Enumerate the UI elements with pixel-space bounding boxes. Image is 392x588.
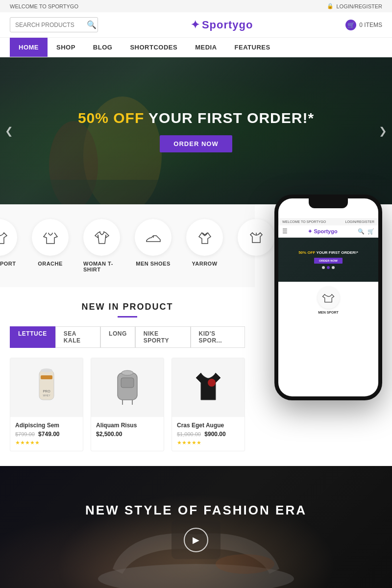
svg-text:PRO: PRO: [43, 390, 50, 393]
main-content-area: MEN SPORT ORACHE WOMAN T-SHIRT: [0, 204, 392, 466]
nav-media[interactable]: MEDIA: [186, 38, 225, 57]
phone-search-icon: 🔍: [358, 228, 365, 235]
product-price-1: $799.00 $749.00: [15, 431, 78, 438]
phone-header: ☰ ✦ Sportygo 🔍 🛒: [278, 225, 378, 238]
phone-welcome: WELCOME TO SPORTYGO: [282, 220, 326, 223]
phone-icons: 🔍 🛒: [358, 228, 374, 235]
video-section-title: NEW STYLE OF FASHION ERA: [85, 503, 307, 518]
nav-features[interactable]: FEATURES: [226, 38, 279, 57]
svg-point-12: [122, 370, 133, 375]
search-box[interactable]: 🔍: [10, 17, 98, 32]
product-name-1: Adipiscing Sem: [15, 422, 78, 429]
svg-text:WHEY: WHEY: [43, 394, 51, 397]
phone-cat-section: MEN SPORT: [278, 282, 378, 319]
product-price-3: $1,000.00 $900.00: [177, 431, 240, 438]
shoes-icon: [145, 229, 162, 246]
cat-circle-woman-tshirt: [83, 219, 120, 256]
order-now-button[interactable]: ORDER NOW: [160, 135, 232, 152]
phone-notch: [309, 198, 348, 208]
category-woman-tshirt[interactable]: WOMAN T-SHIRT: [83, 219, 120, 272]
new-price-2: $2,500.00: [96, 431, 122, 438]
product-info-3: Cras Eget Augue $1,000.00 $900.00 ★★★★★: [172, 417, 245, 451]
protein-icon: PRO WHEY: [29, 366, 64, 410]
phone-hero: 50% OFF YOUR FIRST ORDER!* ORDER NOW: [278, 238, 378, 282]
cat-label-men-shoes: MEN SHOES: [136, 261, 171, 267]
main-nav: HOME SHOP BLOG SHORTCODES MEDIA FEATURES: [0, 38, 392, 57]
hero-prev-arrow[interactable]: ❮: [5, 125, 13, 137]
stars-1: ★★★★★: [15, 440, 78, 446]
backpack-icon: [110, 366, 145, 410]
hero-banner: 50% OFF YOUR FIRST ORDER!* ORDER NOW ❮ ❯: [0, 57, 392, 204]
tab-sea-kale[interactable]: SEA KALE: [55, 326, 100, 348]
product-image-1: PRO WHEY: [10, 358, 83, 417]
play-button[interactable]: ▶: [184, 528, 208, 552]
nav-home[interactable]: HOME: [10, 38, 48, 57]
hero-next-arrow[interactable]: ❯: [379, 125, 387, 137]
product-info-2: Aliquam Risus $2,500.00: [91, 417, 164, 442]
cat-circle-orache: [32, 219, 69, 256]
jacket-icon: [42, 229, 59, 246]
product-card-3[interactable]: Cras Eget Augue $1,000.00 $900.00 ★★★★★: [172, 358, 245, 451]
login-link[interactable]: LOGIN/REGISTER: [336, 3, 382, 9]
cat-label-woman-tshirt: WOMAN T-SHIRT: [83, 261, 120, 272]
search-icon[interactable]: 🔍: [87, 20, 97, 29]
cart-icon[interactable]: 🛒: [345, 20, 356, 30]
category-men-shoes[interactable]: MEN SHOES: [135, 219, 172, 272]
header: 🔍 ✦ Sportygo 🛒 0 ITEMS: [0, 12, 392, 38]
phone-dot-1: [322, 266, 325, 269]
logo-icon: ✦: [191, 19, 200, 31]
product-grid: PRO WHEY Adipiscing Sem $799.00 $749.00 …: [10, 358, 245, 451]
phone-cat-label: MEN SPORT: [318, 311, 339, 314]
play-icon: ▶: [193, 535, 199, 545]
product-name-3: Cras Eget Augue: [177, 422, 240, 429]
phone-hero-title: 50% OFF YOUR FIRST ORDER!*: [298, 250, 358, 255]
section-underline: [118, 316, 137, 318]
svg-point-9: [41, 368, 52, 372]
tab-nike-sporty[interactable]: NIKE SPORTY: [135, 326, 191, 348]
phone-dot-2: [327, 266, 330, 269]
products-section: NEW IN PRODUCT LETTUCE SEA KALE LONG NIK…: [0, 287, 255, 466]
logo[interactable]: ✦ Sportygo: [191, 19, 253, 31]
product-card-2[interactable]: Aliquam Risus $2,500.00: [91, 358, 164, 451]
login-area[interactable]: 🔒 LOGIN/REGISTER: [327, 3, 382, 9]
tab-kids[interactable]: KID'S SPOR...: [191, 326, 245, 348]
section-title: NEW IN PRODUCT: [10, 302, 245, 312]
hero-title-text: YOUR FIRST ORDER!*: [148, 110, 314, 126]
hero-highlight: 50% OFF: [78, 110, 144, 126]
svg-point-18: [216, 554, 274, 574]
product-image-2: [91, 358, 164, 417]
welcome-text: WELCOME TO SPORTYGO: [10, 3, 78, 9]
new-price-1: $749.00: [38, 431, 59, 438]
phone-cat-circle: [318, 287, 340, 309]
phone-tshirt-icon: [322, 292, 335, 304]
category-orache[interactable]: ORACHE: [32, 219, 69, 272]
nav-shortcodes[interactable]: SHORTCODES: [121, 38, 186, 57]
cart-area[interactable]: 🛒 0 ITEMS: [345, 20, 382, 30]
hoodie-icon: [196, 229, 214, 246]
product-card-1[interactable]: PRO WHEY Adipiscing Sem $799.00 $749.00 …: [10, 358, 83, 451]
old-price-1: $799.00: [15, 431, 35, 437]
tab-long[interactable]: LONG: [100, 326, 135, 348]
old-price-3: $1,000.00: [177, 431, 201, 437]
stars-3: ★★★★★: [177, 440, 240, 446]
search-input[interactable]: [15, 22, 84, 28]
product-price-2: $2,500.00: [96, 431, 159, 438]
phone-logo: ✦ Sportygo: [308, 228, 337, 235]
svg-point-15: [208, 379, 216, 387]
phone-dot-3: [332, 266, 335, 269]
category-yarrow[interactable]: YARROW: [186, 219, 223, 272]
tab-lettuce[interactable]: LETTUCE: [10, 326, 55, 348]
nav-shop[interactable]: SHOP: [48, 38, 84, 57]
phone-cart-icon: 🛒: [368, 228, 374, 235]
lock-icon: 🔒: [327, 3, 334, 9]
nav-blog[interactable]: BLOG: [84, 38, 122, 57]
cat-label-yarrow: YARROW: [192, 261, 217, 267]
phone-outer: WELCOME TO SPORTYGO LOGIN/REGISTER ☰ ✦ S…: [274, 195, 382, 400]
phone-screen: WELCOME TO SPORTYGO LOGIN/REGISTER ☰ ✦ S…: [278, 198, 378, 396]
category-men-sport[interactable]: MEN SPORT: [0, 219, 17, 272]
phone-login: LOGIN/REGISTER: [345, 220, 374, 223]
logo-text: Sportygo: [202, 19, 253, 31]
top-bar: WELCOME TO SPORTYGO 🔒 LOGIN/REGISTER: [0, 0, 392, 12]
phone-top-bar: WELCOME TO SPORTYGO LOGIN/REGISTER: [278, 218, 378, 225]
cat-circle-men-sport: [0, 219, 17, 256]
